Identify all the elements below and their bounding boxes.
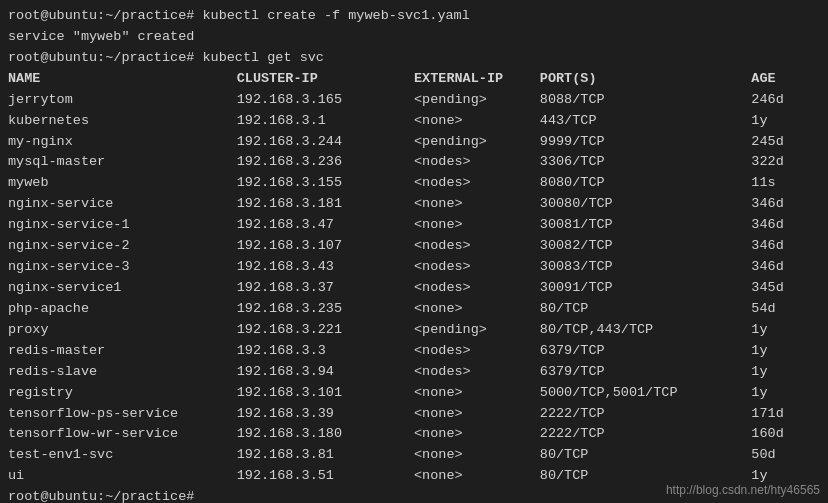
terminal: root@ubuntu:~/practice# kubectl create -… (0, 0, 828, 503)
cell-14-1: 192.168.3.101 (237, 383, 414, 404)
cell-15-3: 2222/TCP (540, 404, 752, 425)
cell-16-0: tensorflow-wr-service (8, 424, 237, 445)
cell-8-1: 192.168.3.43 (237, 257, 414, 278)
cell-17-0: test-env1-svc (8, 445, 237, 466)
cell-4-4: 11s (751, 173, 820, 194)
cell-10-4: 54d (751, 299, 820, 320)
cell-13-0: redis-slave (8, 362, 237, 383)
cell-13-2: <nodes> (414, 362, 540, 383)
svc-table-body: jerrytom192.168.3.165<pending>8088/TCP24… (8, 90, 820, 488)
cell-6-0: nginx-service-1 (8, 215, 237, 236)
prompt-2: root@ubuntu:~/practice# (8, 50, 194, 65)
cell-1-0: kubernetes (8, 111, 237, 132)
cell-12-2: <nodes> (414, 341, 540, 362)
table-header-row: NAME CLUSTER-IP EXTERNAL-IP PORT(S) AGE (8, 69, 820, 90)
cell-13-4: 1y (751, 362, 820, 383)
cell-2-0: my-nginx (8, 132, 237, 153)
cell-11-4: 1y (751, 320, 820, 341)
cell-9-2: <nodes> (414, 278, 540, 299)
cell-13-1: 192.168.3.94 (237, 362, 414, 383)
cell-16-2: <none> (414, 424, 540, 445)
cell-7-3: 30082/TCP (540, 236, 752, 257)
cell-10-2: <none> (414, 299, 540, 320)
cell-15-2: <none> (414, 404, 540, 425)
cell-11-3: 80/TCP,443/TCP (540, 320, 752, 341)
table-row: tensorflow-wr-service192.168.3.180<none>… (8, 424, 820, 445)
cell-13-3: 6379/TCP (540, 362, 752, 383)
cell-4-2: <nodes> (414, 173, 540, 194)
svc-table-container: NAME CLUSTER-IP EXTERNAL-IP PORT(S) AGE … (8, 69, 820, 487)
final-prompt: root@ubuntu:~/practice# (8, 489, 194, 503)
cell-6-1: 192.168.3.47 (237, 215, 414, 236)
cell-2-4: 245d (751, 132, 820, 153)
table-row: redis-master192.168.3.3<nodes>6379/TCP1y (8, 341, 820, 362)
header-cluster: CLUSTER-IP (237, 69, 414, 90)
cell-16-3: 2222/TCP (540, 424, 752, 445)
table-row: nginx-service192.168.3.181<none>30080/TC… (8, 194, 820, 215)
cell-6-3: 30081/TCP (540, 215, 752, 236)
cell-7-4: 346d (751, 236, 820, 257)
cell-14-3: 5000/TCP,5001/TCP (540, 383, 752, 404)
cell-17-4: 50d (751, 445, 820, 466)
cell-5-4: 346d (751, 194, 820, 215)
cell-4-1: 192.168.3.155 (237, 173, 414, 194)
header-name: NAME (8, 69, 237, 90)
command-line-2: root@ubuntu:~/practice# kubectl get svc (8, 48, 820, 69)
cell-9-4: 345d (751, 278, 820, 299)
cell-12-1: 192.168.3.3 (237, 341, 414, 362)
cell-9-3: 30091/TCP (540, 278, 752, 299)
cell-18-1: 192.168.3.51 (237, 466, 414, 487)
table-row: php-apache192.168.3.235<none>80/TCP54d (8, 299, 820, 320)
prompt-1: root@ubuntu:~/practice# (8, 8, 194, 23)
cell-10-3: 80/TCP (540, 299, 752, 320)
cell-7-2: <nodes> (414, 236, 540, 257)
cell-5-3: 30080/TCP (540, 194, 752, 215)
cell-18-0: ui (8, 466, 237, 487)
cell-16-4: 160d (751, 424, 820, 445)
table-row: nginx-service-2192.168.3.107<nodes>30082… (8, 236, 820, 257)
table-row: nginx-service-1192.168.3.47<none>30081/T… (8, 215, 820, 236)
cell-0-0: jerrytom (8, 90, 237, 111)
table-row: nginx-service1192.168.3.37<nodes>30091/T… (8, 278, 820, 299)
cell-14-2: <none> (414, 383, 540, 404)
header-external: EXTERNAL-IP (414, 69, 540, 90)
cell-7-1: 192.168.3.107 (237, 236, 414, 257)
cell-5-1: 192.168.3.181 (237, 194, 414, 215)
cell-16-1: 192.168.3.180 (237, 424, 414, 445)
cell-2-2: <pending> (414, 132, 540, 153)
command-line-1: root@ubuntu:~/practice# kubectl create -… (8, 6, 820, 27)
cell-7-0: nginx-service-2 (8, 236, 237, 257)
cell-17-1: 192.168.3.81 (237, 445, 414, 466)
cell-0-2: <pending> (414, 90, 540, 111)
table-row: tensorflow-ps-service192.168.3.39<none>2… (8, 404, 820, 425)
table-row: redis-slave192.168.3.94<nodes>6379/TCP1y (8, 362, 820, 383)
table-row: kubernetes192.168.3.1<none>443/TCP1y (8, 111, 820, 132)
cell-1-3: 443/TCP (540, 111, 752, 132)
cell-8-3: 30083/TCP (540, 257, 752, 278)
cell-14-0: registry (8, 383, 237, 404)
cell-17-3: 80/TCP (540, 445, 752, 466)
cell-3-4: 322d (751, 152, 820, 173)
cmd-1: kubectl create -f myweb-svc1.yaml (194, 8, 469, 23)
table-row: myweb192.168.3.155<nodes>8080/TCP11s (8, 173, 820, 194)
cell-12-4: 1y (751, 341, 820, 362)
header-ports: PORT(S) (540, 69, 752, 90)
cell-0-4: 246d (751, 90, 820, 111)
cell-5-2: <none> (414, 194, 540, 215)
cell-0-1: 192.168.3.165 (237, 90, 414, 111)
cell-8-0: nginx-service-3 (8, 257, 237, 278)
cmd-2: kubectl get svc (194, 50, 324, 65)
cell-3-1: 192.168.3.236 (237, 152, 414, 173)
cell-17-2: <none> (414, 445, 540, 466)
cell-3-3: 3306/TCP (540, 152, 752, 173)
cell-4-0: myweb (8, 173, 237, 194)
cell-2-1: 192.168.3.244 (237, 132, 414, 153)
table-row: my-nginx192.168.3.244<pending>9999/TCP24… (8, 132, 820, 153)
cell-18-2: <none> (414, 466, 540, 487)
output-line-1: service "myweb" created (8, 27, 820, 48)
cell-3-0: mysql-master (8, 152, 237, 173)
header-age: AGE (751, 69, 820, 90)
watermark: http://blog.csdn.net/hty46565 (666, 483, 820, 497)
cursor (194, 489, 202, 503)
cell-15-4: 171d (751, 404, 820, 425)
